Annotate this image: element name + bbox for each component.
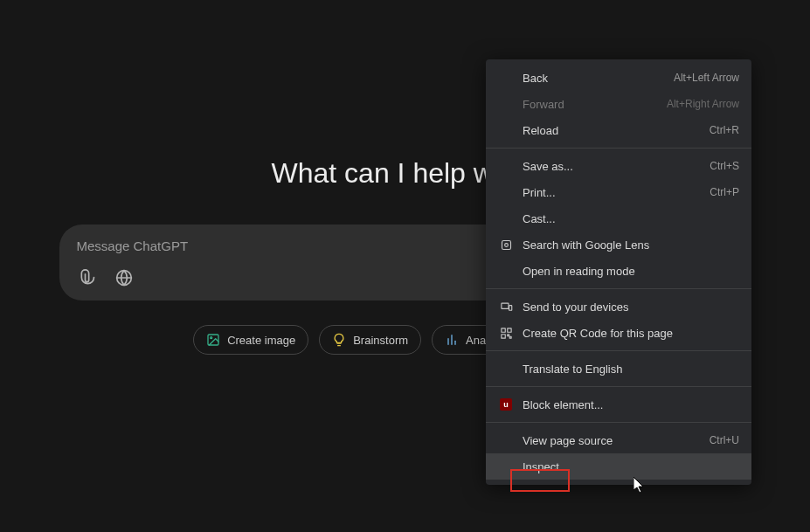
menu-separator: [486, 350, 751, 351]
svg-rect-12: [501, 328, 504, 331]
svg-rect-10: [501, 303, 508, 308]
menu-separator: [486, 386, 751, 387]
chip-label: Brainstorm: [353, 334, 408, 347]
menu-item-block-element[interactable]: uBlock element...: [486, 391, 751, 418]
menu-item-label: Back: [523, 72, 674, 85]
menu-item-label: View page source: [523, 434, 710, 447]
menu-item-label: Block element...: [523, 398, 739, 411]
menu-item-shortcut: Ctrl+R: [710, 124, 739, 136]
menu-item-translate-to-english[interactable]: Translate to English: [486, 356, 751, 382]
ublock-icon: u: [498, 397, 514, 412]
blank-icon: [498, 184, 514, 200]
blank-icon: [498, 158, 514, 174]
menu-item-label: Send to your devices: [523, 301, 739, 314]
bulb-icon: [332, 333, 346, 347]
globe-icon[interactable]: [112, 266, 136, 290]
chip-label: Create image: [227, 334, 295, 347]
menu-item-back[interactable]: BackAlt+Left Arrow: [486, 65, 751, 91]
menu-item-label: Translate to English: [523, 363, 739, 376]
context-menu[interactable]: BackAlt+Left ArrowForwardAlt+Right Arrow…: [486, 59, 751, 485]
lens-icon: [498, 237, 514, 252]
qr-icon: [498, 325, 514, 341]
menu-separator: [486, 422, 751, 423]
chart-icon: [445, 333, 459, 347]
menu-item-create-qr-code-for-this-page[interactable]: Create QR Code for this page: [486, 320, 751, 346]
menu-item-inspect[interactable]: Inspect: [486, 453, 751, 480]
menu-item-send-to-your-devices[interactable]: Send to your devices: [486, 294, 751, 320]
svg-rect-11: [509, 305, 511, 310]
svg-rect-14: [501, 334, 504, 337]
blank-icon: [498, 122, 514, 138]
menu-item-cast[interactable]: Cast...: [486, 205, 751, 231]
blank-icon: [498, 361, 514, 377]
menu-item-shortcut: Alt+Right Arrow: [667, 98, 739, 110]
blank-icon: [498, 459, 514, 474]
menu-item-view-page-source[interactable]: View page sourceCtrl+U: [486, 427, 751, 453]
svg-rect-8: [502, 240, 510, 249]
blank-icon: [498, 96, 514, 112]
menu-item-reload[interactable]: ReloadCtrl+R: [486, 117, 751, 143]
image-icon: [206, 333, 220, 347]
menu-item-print[interactable]: Print...Ctrl+P: [486, 179, 751, 205]
chip-create-image[interactable]: Create image: [193, 325, 308, 355]
menu-item-save-as[interactable]: Save as...Ctrl+S: [486, 153, 751, 179]
blank-icon: [498, 432, 514, 448]
menu-item-label: Create QR Code for this page: [523, 327, 739, 340]
svg-point-9: [504, 243, 508, 246]
menu-item-label: Save as...: [523, 160, 710, 173]
menu-separator: [486, 148, 751, 149]
menu-item-label: Reload: [523, 124, 710, 137]
menu-item-open-in-reading-mode[interactable]: Open in reading mode: [486, 258, 751, 284]
menu-item-search-with-google-lens[interactable]: Search with Google Lens: [486, 231, 751, 258]
menu-item-shortcut: Alt+Left Arrow: [674, 72, 739, 84]
menu-item-label: Forward: [523, 98, 667, 111]
blank-icon: [498, 70, 514, 86]
menu-item-shortcut: Ctrl+S: [710, 160, 739, 172]
svg-rect-15: [507, 334, 509, 335]
menu-item-label: Inspect: [523, 460, 739, 473]
menu-separator: [486, 288, 751, 289]
menu-item-label: Print...: [523, 186, 710, 199]
menu-item-label: Cast...: [523, 212, 739, 225]
menu-item-label: Search with Google Lens: [523, 238, 739, 252]
menu-item-shortcut: Ctrl+U: [710, 434, 739, 446]
svg-rect-16: [509, 336, 511, 338]
chip-brainstorm[interactable]: Brainstorm: [319, 325, 421, 355]
devices-icon: [498, 299, 514, 314]
attach-icon[interactable]: [75, 266, 100, 290]
blank-icon: [498, 263, 514, 279]
blank-icon: [498, 211, 514, 226]
menu-item-forward: ForwardAlt+Right Arrow: [486, 91, 751, 117]
menu-item-shortcut: Ctrl+P: [710, 186, 739, 198]
svg-rect-13: [507, 328, 510, 331]
menu-item-label: Open in reading mode: [523, 265, 739, 278]
svg-point-3: [211, 337, 212, 339]
